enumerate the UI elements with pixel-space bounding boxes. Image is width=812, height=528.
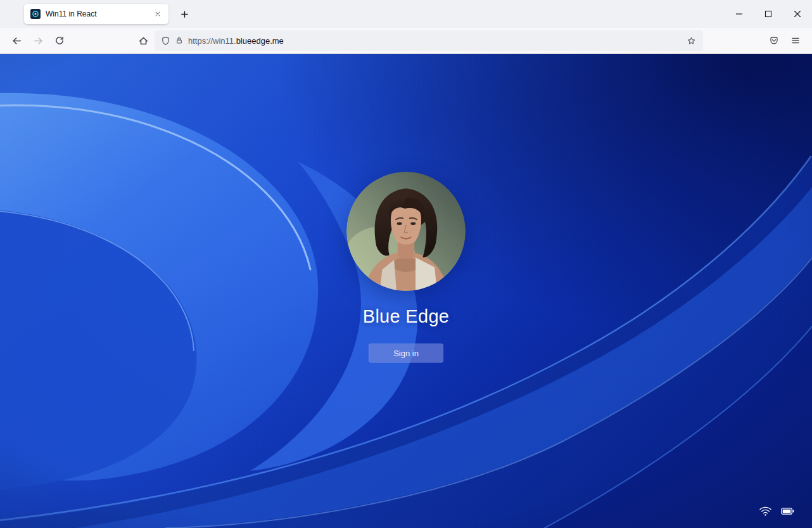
menu-button[interactable] — [785, 30, 806, 51]
tab-title: Win11 in React — [46, 10, 146, 18]
window-maximize-button[interactable] — [754, 0, 783, 28]
url-scheme: https://win11. — [188, 36, 236, 46]
tab-close-icon[interactable] — [151, 7, 165, 21]
window-close-button[interactable] — [783, 0, 812, 28]
lock-status-icons — [759, 506, 794, 517]
lock-screen-center: Blue Edge Sign in — [0, 172, 812, 363]
browser-window: Win11 in React — [0, 0, 812, 528]
forward-button[interactable] — [28, 30, 48, 51]
url-text: https://win11.blueedge.me — [188, 36, 678, 46]
user-avatar — [346, 172, 466, 291]
reload-button[interactable] — [49, 30, 70, 51]
window-controls — [725, 0, 812, 28]
browser-toolbar: https://win11.blueedge.me — [0, 28, 812, 54]
window-minimize-button[interactable] — [725, 0, 754, 28]
wifi-icon[interactable] — [759, 506, 772, 517]
url-domain: blueedge.me — [236, 36, 284, 46]
pocket-icon[interactable] — [764, 30, 784, 51]
page-content: Blue Edge Sign in — [0, 54, 812, 528]
url-bar[interactable]: https://win11.blueedge.me — [155, 30, 703, 51]
home-button[interactable] — [133, 30, 153, 51]
sign-in-button[interactable]: Sign in — [369, 344, 443, 363]
user-name: Blue Edge — [363, 306, 450, 327]
back-button[interactable] — [6, 30, 27, 51]
new-tab-button[interactable] — [175, 4, 194, 23]
bookmark-star-icon[interactable] — [683, 32, 699, 49]
tab-win11-in-react[interactable]: Win11 in React — [24, 4, 168, 24]
tab-bar: Win11 in React — [0, 0, 812, 28]
tab-favicon-icon — [30, 9, 41, 19]
tracking-protection-shield-icon[interactable] — [161, 36, 170, 46]
battery-icon[interactable] — [781, 507, 794, 515]
lock-icon[interactable] — [175, 36, 184, 45]
